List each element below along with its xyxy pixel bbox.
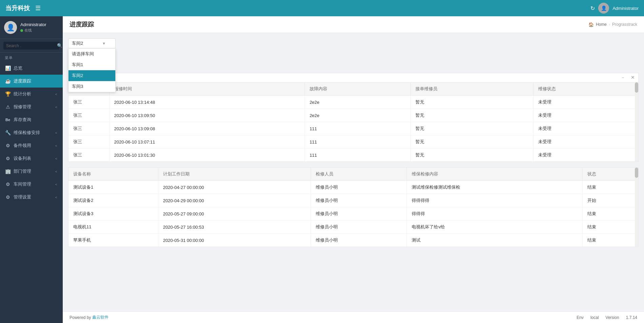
table-row: 测试设备2 2020-04-29 00:00:00 维修员小明 得得得得 开始 — [69, 194, 638, 207]
workshop-selector: 车间2 ▼ 请选择车间 车间1 车间2 车间3 — [68, 38, 116, 49]
avatar-icon: 👤 — [6, 23, 15, 32]
sidebar-item-department[interactable]: 🏢 部门管理 ＜ — [0, 165, 63, 178]
sidebar-item-label: 统计分析 — [14, 91, 31, 97]
maint-date: 2020-05-27 09:00:00 — [158, 207, 311, 221]
maint-content: 电视机坏了给v给 — [407, 221, 583, 234]
workshop-icon: ⚙ — [5, 182, 11, 187]
maint-content: 测试 — [407, 234, 583, 247]
sidebar-item-left: ⚙ 管理设置 — [5, 194, 31, 200]
dropdown-option-0[interactable]: 请选择车间 — [69, 49, 115, 59]
repair-fault: 111 — [305, 122, 410, 135]
top-header: 当升科技 ☰ ↻ 👤 Administrator — [0, 0, 644, 16]
repair-col-status: 维修状态 — [533, 82, 638, 96]
dashboard-icon: 📊 — [5, 65, 11, 71]
sidebar-section-label: 菜单 — [0, 53, 63, 62]
repair-reporter: 张三 — [69, 135, 109, 149]
maint-date: 2020-04-27 00:00:00 — [158, 181, 311, 194]
dropdown-option-2[interactable]: 车间2 — [69, 70, 115, 81]
sidebar-item-left: ⚙ 备件领用 — [5, 142, 31, 149]
maint-scrollbar-thumb — [635, 168, 638, 178]
admin-icon: ⚙ — [5, 194, 11, 200]
footer-company-link[interactable]: 鑫云软件 — [92, 315, 109, 320]
workshop-select-button[interactable]: 车间2 ▼ — [68, 38, 116, 49]
sidebar-item-maintenance[interactable]: 🔧 维保检修安排 ＜ — [0, 126, 63, 139]
dropdown-option-3[interactable]: 车间3 — [69, 81, 115, 92]
sidebar-item-progress[interactable]: ☕ 进度跟踪 — [0, 75, 63, 88]
maint-device: 测试设备2 — [69, 194, 158, 207]
chevron-right-icon: ＜ — [54, 182, 58, 187]
repair-fault: 111 — [305, 135, 410, 149]
repair-repairer: 暂无 — [410, 96, 533, 109]
sidebar-item-left: ⚠ 报修管理 — [5, 104, 31, 110]
footer-right: Env local Version 1.7.14 — [577, 315, 637, 320]
sidebar-item-stats[interactable]: 🏆 统计分析 ＜ — [0, 88, 63, 100]
sidebar-item-parts[interactable]: ⚙ 备件领用 ＜ — [0, 139, 63, 152]
breadcrumb: 🏠 Home › Prograsstrack — [588, 22, 637, 27]
maint-staff: 维修员小明 — [311, 221, 407, 234]
maint-content: 得得得得 — [407, 194, 583, 207]
status-dot — [20, 29, 23, 32]
workshop-selected-label: 车间2 — [72, 40, 83, 46]
maint-content: 测试维保检修测试维保检 — [407, 181, 583, 194]
maint-status: 结束 — [583, 221, 638, 234]
sidebar-item-devices[interactable]: ⚙ 设备列表 ＜ — [0, 152, 63, 165]
table-row: 张三 2020-06-10 13:14:48 2e2e 暂无 未受理 — [69, 96, 638, 109]
maint-col-staff: 检修人员 — [311, 168, 407, 181]
maint-status: 结束 — [583, 207, 638, 221]
breadcrumb-separator: › — [609, 22, 610, 27]
sidebar-item-inventory[interactable]: Be 库存查询 — [0, 113, 63, 126]
stats-icon: 🏆 — [5, 91, 11, 97]
sidebar-item-workshop[interactable]: ⚙ 车间管理 ＜ — [0, 178, 63, 191]
devices-icon: ⚙ — [5, 156, 11, 161]
sidebar-item-admin[interactable]: ⚙ 管理设置 ＜ — [0, 191, 63, 204]
maint-col-date: 计划工作日期 — [158, 168, 311, 181]
table-row: 张三 2020-06-10 13:09:08 111 暂无 未受理 — [69, 122, 638, 135]
chevron-right-icon: ＜ — [54, 92, 58, 97]
repair-scrollbar[interactable] — [635, 82, 638, 162]
maint-date: 2020-05-27 16:00:53 — [158, 221, 311, 234]
repair-reporter: 张三 — [69, 149, 109, 162]
repair-repairer: 暂无 — [410, 109, 533, 122]
header-right: ↻ 👤 Administrator — [590, 3, 639, 14]
maint-status: 开始 — [583, 194, 638, 207]
footer: Powered by 鑫云软件 Env local Version 1.7.14 — [63, 311, 644, 323]
menu-toggle-icon[interactable]: ☰ — [35, 4, 41, 12]
sidebar-item-left: Be 库存查询 — [5, 117, 31, 123]
repair-reporter: 张三 — [69, 96, 109, 109]
maintenance-table: 设备名称 计划工作日期 检修人员 维保检修内容 状态 测试设备1 2020-04… — [69, 168, 638, 247]
sidebar-item-label: 总览 — [14, 65, 22, 71]
maint-device: 测试设备1 — [69, 181, 158, 194]
table-row: 苹果手机 2020-05-31 00:00:00 维修员小明 测试 结束 — [69, 234, 638, 247]
sidebar-item-label: 进度跟踪 — [14, 78, 31, 84]
chevron-right-icon: ＜ — [54, 156, 58, 161]
maint-staff: 维修员小明 — [311, 181, 407, 194]
close-button[interactable]: ✕ — [629, 75, 636, 81]
maint-device: 电视机11 — [69, 221, 158, 234]
sidebar-item-dashboard[interactable]: 📊 总览 — [0, 62, 63, 75]
repair-table: 报修时间 故障内容 接单维修员 维修状态 张三 2020-06-10 13:14… — [69, 82, 638, 162]
header-left: 当升科技 ☰ — [5, 4, 41, 12]
sidebar-user-info: Administrator 在线 — [20, 22, 46, 33]
repair-reporter: 张三 — [69, 122, 109, 135]
breadcrumb-current: Prograsstrack — [612, 22, 637, 27]
reports-icon: ⚠ — [5, 104, 11, 110]
repair-repairer: 暂无 — [410, 122, 533, 135]
refresh-icon[interactable]: ↻ — [590, 5, 595, 12]
sidebar-item-left: 📊 总览 — [5, 65, 22, 71]
dropdown-option-1[interactable]: 车间1 — [69, 59, 115, 70]
repair-fault: 2e2e — [305, 96, 410, 109]
maint-date: 2020-05-31 00:00:00 — [158, 234, 311, 247]
maint-scrollbar[interactable] — [635, 168, 638, 247]
version-value: 1.7.14 — [626, 315, 637, 320]
search-input[interactable] — [6, 43, 57, 48]
sidebar-item-label: 设备列表 — [14, 155, 31, 162]
minimize-button[interactable]: － — [619, 75, 627, 81]
table-row: 测试设备3 2020-05-27 09:00:00 维修员小明 得得得 结束 — [69, 207, 638, 221]
repair-reporter: 张三 — [69, 109, 109, 122]
maint-device: 测试设备3 — [69, 207, 158, 221]
sidebar-item-reports[interactable]: ⚠ 报修管理 ＜ — [0, 100, 63, 113]
repair-table-wrapper: － ✕ 报修时间 故障内容 接单维修员 维修状态 — [68, 73, 639, 162]
repair-col-repairer: 接单维修员 — [410, 82, 533, 96]
maint-col-content: 维保检修内容 — [407, 168, 583, 181]
progress-icon: ☕ — [5, 78, 11, 84]
